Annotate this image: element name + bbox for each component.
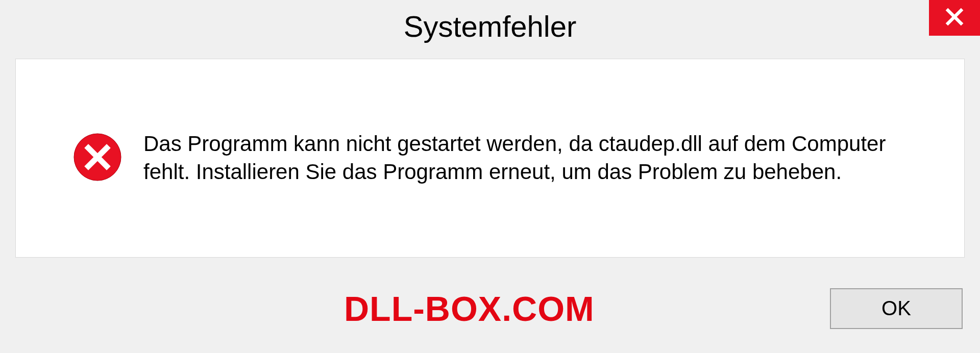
dialog-title: Systemfehler [0, 0, 980, 48]
close-button[interactable] [929, 0, 980, 36]
watermark-text: DLL-BOX.COM [344, 289, 595, 329]
error-icon [72, 132, 123, 185]
close-icon [943, 6, 966, 30]
content-panel: Das Programm kann nicht gestartet werden… [15, 59, 965, 258]
error-message: Das Programm kann nicht gestartet werden… [143, 130, 928, 186]
footer-area: DLL-BOX.COM OK [0, 264, 980, 353]
ok-button[interactable]: OK [830, 288, 963, 329]
